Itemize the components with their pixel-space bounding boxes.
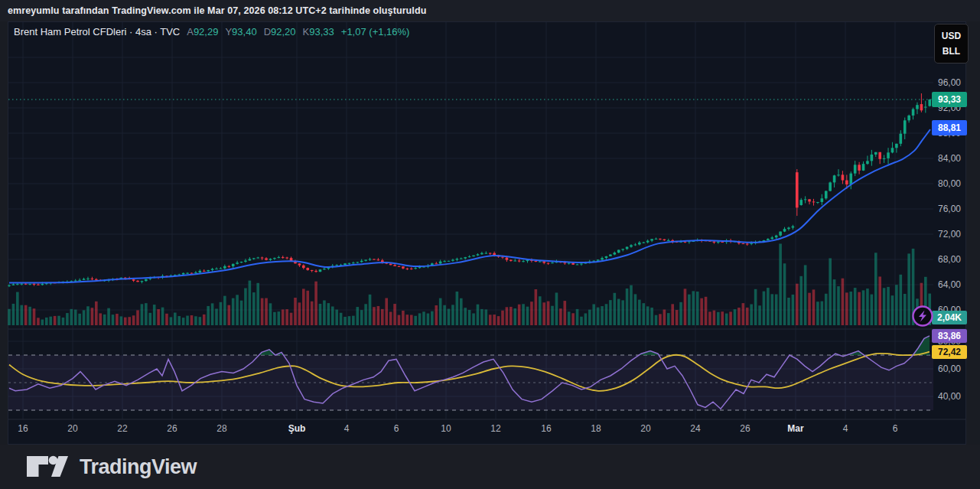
time-axis-label: 16 xyxy=(18,423,28,434)
rsi-value-badge: 83,86 xyxy=(932,329,967,343)
ohlc-high: Y93,40 xyxy=(225,26,256,37)
ohlc-low: D92,20 xyxy=(264,26,296,37)
volume-value-badge: 2,04K xyxy=(932,311,967,324)
time-axis-label: 4 xyxy=(344,423,350,434)
price-axis-label: 76,00 xyxy=(938,204,961,214)
ma-value-badge: 88,81 xyxy=(932,120,967,135)
ohlc-close: K93,33 xyxy=(303,26,334,37)
currency-label: USD xyxy=(942,31,961,41)
time-axis-label: 26 xyxy=(167,423,177,434)
symbol-title[interactable]: Brent Ham Petrol CFDleri · 4sa · TVC xyxy=(14,26,180,37)
price-change: +1,07 (+1,16%) xyxy=(341,26,410,37)
last-price-badge: 93,33 xyxy=(932,92,967,107)
ohlc-open: A92,29 xyxy=(187,26,218,37)
time-axis-label: 20 xyxy=(640,423,651,434)
unit-label: BLL xyxy=(943,47,960,56)
time-axis-label: Mar xyxy=(787,423,804,434)
rsi-axis-label: 60,00 xyxy=(938,363,961,374)
time-axis-label: 24 xyxy=(690,423,701,434)
time-axis-label: 4 xyxy=(843,423,848,434)
price-axis-label: 68,00 xyxy=(938,254,961,265)
price-axis-label: 64,00 xyxy=(938,279,961,290)
time-axis-label: 26 xyxy=(740,423,750,434)
price-axis-label: 96,00 xyxy=(938,77,961,88)
candle-layer xyxy=(8,93,931,287)
rsi-axis-label: 40,00 xyxy=(938,391,961,402)
time-axis-label: 16 xyxy=(541,423,552,434)
price-axis-label: 84,00 xyxy=(938,153,961,164)
brand-name[interactable]: TradingView xyxy=(80,455,197,479)
time-axis-label: 6 xyxy=(394,423,399,434)
time-axis-label: 10 xyxy=(441,423,451,434)
time-axis-label: 22 xyxy=(117,423,128,434)
time-axis-label: 6 xyxy=(893,423,898,434)
rsi-overbought-fill xyxy=(259,336,930,355)
time-axis-label: 20 xyxy=(67,423,78,434)
flash-button[interactable] xyxy=(911,305,934,328)
time-axis-label: Şub xyxy=(288,423,306,434)
footer-bar: TradingView xyxy=(0,445,980,489)
attribution-text: emreyumlu tarafından TradingView.com ile… xyxy=(8,5,426,16)
symbol-header: Brent Ham Petrol CFDleri · 4sa · TVC A92… xyxy=(14,26,409,37)
time-axis-label: 18 xyxy=(591,423,601,434)
price-chart-canvas[interactable]: 96,0092,0088,0084,0080,0076,0072,0068,00… xyxy=(0,0,980,489)
time-axis-label: 12 xyxy=(490,423,501,434)
price-axis-label: 72,00 xyxy=(938,229,961,240)
rsi-ma-value-badge: 72,42 xyxy=(932,345,967,359)
attribution-bar: emreyumlu tarafından TradingView.com ile… xyxy=(0,0,980,21)
currency-unit-selector[interactable]: USD BLL xyxy=(934,24,969,64)
time-axis-label: 28 xyxy=(217,423,227,434)
tradingview-logo-icon[interactable] xyxy=(25,453,70,481)
price-axis-label: 80,00 xyxy=(938,178,961,189)
